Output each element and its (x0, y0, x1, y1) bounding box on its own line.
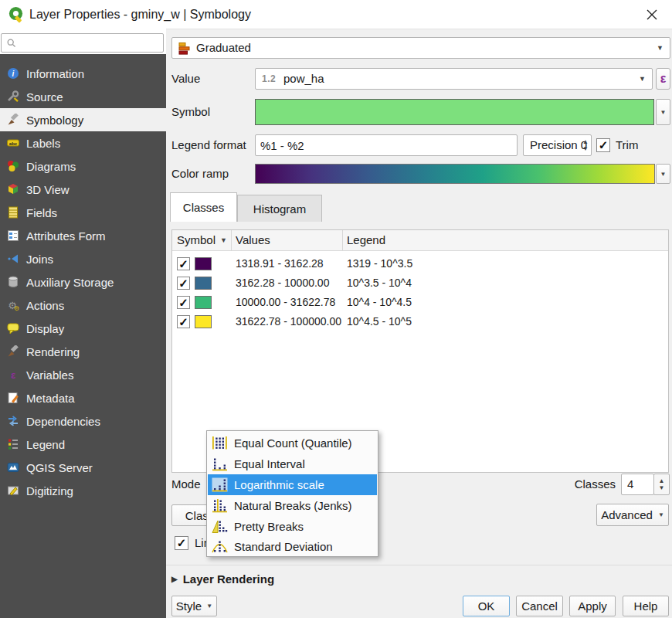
window-title: Layer Properties - gminy_w | Symbology (29, 0, 251, 29)
sidebar-item-symbology[interactable]: Symbology (0, 108, 166, 131)
help-label: Help (634, 599, 658, 613)
sidebar-item-information[interactable]: i Information (0, 62, 166, 85)
sidebar-item-actions[interactable]: ⚙⚙ Actions (0, 294, 166, 317)
color-ramp-label: Color ramp (171, 163, 229, 185)
cancel-button[interactable]: Cancel (516, 596, 563, 616)
classes-spinbox[interactable]: 4 (621, 474, 654, 495)
svg-text:i: i (12, 70, 14, 78)
sidebar-item-3d-view[interactable]: 3D View (0, 178, 166, 201)
sidebar-item-attributes-form[interactable]: Attributes Form (0, 224, 166, 247)
brush-icon (6, 345, 19, 358)
tab-histogram[interactable]: Histogram (237, 195, 322, 222)
sidebar-item-source[interactable]: Source (0, 85, 166, 108)
color-ramp-preview[interactable] (255, 164, 655, 184)
mode-label: Mode (171, 474, 201, 495)
ok-button[interactable]: OK (463, 596, 510, 616)
spinner-arrows-icon: ▲▼ (654, 474, 669, 494)
sidebar-item-diagrams[interactable]: Diagrams (0, 154, 166, 178)
class-color-swatch[interactable] (195, 257, 212, 270)
color-ramp-dropdown-button[interactable]: ▼ (656, 164, 670, 184)
chevron-down-icon: ▼ (660, 171, 667, 178)
sidebar-item-auxiliary-storage[interactable]: Auxiliary Storage (0, 270, 166, 294)
classes-label: Classes (541, 474, 616, 495)
legend-format-label: Legend format (171, 134, 246, 156)
legend-format-input[interactable] (255, 134, 518, 156)
symbol-dropdown-button[interactable]: ▼ (656, 99, 670, 125)
search-input[interactable] (1, 33, 164, 53)
style-button[interactable]: Style ▼ (171, 596, 217, 616)
sidebar-item-label: Joins (26, 253, 53, 266)
menu-item-standard-deviation[interactable]: Standard Deviation (208, 536, 377, 557)
sidebar-item-label: Attributes Form (26, 229, 106, 243)
sidebar-item-qgis-server[interactable]: QGIS Server (0, 456, 166, 479)
sidebar-item-legend[interactable]: Legend (0, 433, 166, 456)
sidebar-item-metadata[interactable]: Metadata (0, 386, 166, 409)
sidebar-item-rendering[interactable]: Rendering (0, 340, 166, 363)
trim-checkbox[interactable]: ✓ (596, 138, 610, 152)
class-visibility-checkbox[interactable]: ✓ (177, 257, 190, 270)
sidebar-item-label: Labels (26, 137, 60, 150)
symbol-label: Symbol (171, 101, 210, 123)
logarithmic-scale-icon (212, 477, 228, 492)
class-color-swatch[interactable] (195, 277, 212, 290)
close-icon[interactable] (638, 5, 666, 25)
column-header-symbol[interactable]: Symbol (177, 230, 216, 250)
column-header-values[interactable]: Values (236, 230, 270, 250)
class-row[interactable]: ✓ 3162.28 - 10000.00 10^3.5 - 10^4 (172, 273, 668, 293)
legend-format-value[interactable] (256, 135, 517, 155)
layer-rendering-expander[interactable]: ▶ Layer Rendering (171, 570, 274, 587)
advanced-button[interactable]: Advanced ▼ (596, 504, 669, 526)
tab-classes[interactable]: Classes (170, 192, 237, 222)
renderer-value: Graduated (196, 38, 251, 58)
precision-spinbox[interactable]: Precision 0 ▲▼ (523, 134, 592, 156)
link-boundaries-checkbox[interactable]: ✓ (175, 536, 188, 550)
menu-item-equal-interval[interactable]: Equal Interval (208, 453, 377, 474)
spinner-arrows-icon[interactable]: ▲▼ (582, 135, 589, 155)
apply-button[interactable]: Apply (569, 596, 616, 616)
class-row[interactable]: ✓ 31622.78 - 100000.00 10^4.5 - 10^5 (172, 312, 668, 331)
sidebar-item-label: Symbology (26, 114, 83, 127)
sidebar-item-fields[interactable]: Fields (0, 201, 166, 224)
decimal-type-icon: 1.2 (262, 69, 276, 89)
sidebar-item-label: QGIS Server (26, 461, 93, 474)
menu-item-pretty-breaks[interactable]: Pretty Breaks (208, 516, 377, 537)
chevron-down-icon: ▼ (657, 38, 664, 58)
sidebar-item-joins[interactable]: Joins (0, 247, 166, 270)
sidebar-item-display[interactable]: Display (0, 317, 166, 340)
sidebar-item-dependencies[interactable]: Dependencies (0, 409, 166, 433)
class-values: 1318.91 - 3162.28 (236, 254, 324, 273)
renderer-combo[interactable]: Graduated ▼ (171, 37, 670, 59)
class-visibility-checkbox[interactable]: ✓ (177, 277, 190, 290)
sidebar-item-labels[interactable]: abc Labels (0, 131, 166, 154)
classes-spinner[interactable]: ▲▼ (653, 474, 670, 495)
expression-builder-button[interactable]: ε (656, 68, 670, 90)
sidebar-item-variables[interactable]: ε Variables (0, 363, 166, 386)
menu-item-equal-count[interactable]: Equal Count (Quantile) (208, 433, 377, 453)
cancel-label: Cancel (521, 599, 558, 613)
apply-label: Apply (578, 599, 607, 613)
class-row[interactable]: ✓ 1318.91 - 3162.28 1319 - 10^3.5 (172, 254, 668, 273)
menu-item-logarithmic-scale[interactable]: Logarithmic scale (208, 474, 377, 495)
class-row[interactable]: ✓ 10000.00 - 31622.78 10^4 - 10^4.5 (172, 293, 668, 312)
abc-tag-icon: abc (6, 137, 19, 150)
help-button[interactable]: Help (623, 596, 669, 616)
section-divider (166, 565, 672, 565)
class-color-swatch[interactable] (195, 296, 212, 309)
column-header-legend[interactable]: Legend (347, 230, 385, 250)
chevron-down-icon: ▼ (639, 69, 646, 89)
sidebar-item-label: Auxiliary Storage (26, 276, 114, 289)
sidebar-item-digitizing[interactable]: Digitizing (0, 479, 166, 502)
value-field-combo[interactable]: 1.2 pow_ha ▼ (255, 68, 653, 90)
svg-text:⚙: ⚙ (13, 305, 19, 311)
menu-item-natural-breaks[interactable]: Natural Breaks (Jenks) (208, 495, 377, 516)
sidebar-item-label: Fields (26, 206, 57, 219)
class-visibility-checkbox[interactable]: ✓ (177, 296, 190, 309)
class-visibility-checkbox[interactable]: ✓ (177, 315, 190, 328)
class-color-swatch[interactable] (195, 315, 212, 328)
cube-icon (6, 183, 19, 196)
advanced-label: Advanced (601, 508, 653, 521)
class-values: 31622.78 - 100000.00 (236, 312, 341, 331)
sidebar-item-label: Actions (26, 299, 64, 312)
symbol-preview[interactable] (255, 99, 654, 125)
arrows-swap-icon (6, 415, 19, 428)
